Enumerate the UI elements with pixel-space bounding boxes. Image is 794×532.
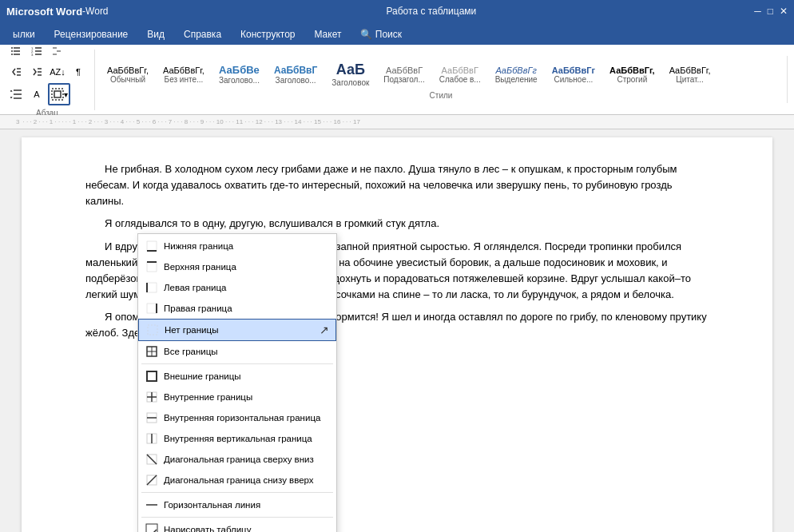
svg-rect-28 — [147, 262, 157, 272]
tab-search[interactable]: 🔍 Поиск — [351, 26, 411, 45]
svg-rect-26 — [147, 241, 157, 251]
style-h3-preview: АаБ — [331, 62, 369, 78]
svg-line-47 — [147, 455, 157, 464]
style-quote-label: Цитат... — [669, 75, 711, 84]
style-heading2[interactable]: АаБбВвГ Заголово... — [268, 62, 323, 87]
list-bullet-btn[interactable] — [6, 42, 26, 61]
svg-rect-32 — [147, 304, 157, 313]
sort-btn[interactable]: AZ↓ — [48, 62, 67, 81]
border-bottom-icon — [145, 239, 159, 253]
style-highlight-preview: АаБбВвГг — [495, 66, 538, 75]
menu-hinner-label: Внутренняя горизонтальная граница — [164, 413, 330, 423]
maximize-button[interactable]: □ — [768, 6, 773, 17]
content-area: Не грибная. В холодном сухом лесу грибам… — [0, 129, 794, 532]
pilcrow-btn[interactable]: ¶ — [69, 62, 88, 81]
menu-item-hline[interactable]: Горизонтальная линия — [138, 494, 336, 515]
style-h2-label: Заголово... — [274, 76, 317, 85]
style-strict[interactable]: АаБбВвГг, Строгий — [604, 63, 661, 86]
cursor-indicator: ↗ — [320, 324, 329, 336]
menu-item-inner-vert[interactable]: Внутренняя вертикальная граница — [138, 428, 336, 449]
border-hinner-icon — [145, 411, 159, 425]
fill-color-btn[interactable]: A — [27, 85, 46, 104]
menu-draw-label: Нарисовать таблицу — [164, 525, 330, 532]
menu-none-label: Нет границы — [165, 325, 315, 335]
style-heading1[interactable]: АаБбВе Заголово... — [213, 62, 265, 87]
style-quote[interactable]: АаБбВвГг, Цитат... — [664, 63, 717, 86]
svg-point-1 — [11, 47, 13, 49]
close-button[interactable]: ✕ — [780, 6, 788, 17]
style-no-interval[interactable]: АаБбВвГг, Без инте... — [157, 63, 210, 86]
ribbon-tabs: ылки Рецензирование Вид Справка Конструк… — [0, 22, 794, 45]
menu-item-left-border[interactable]: Левая граница — [138, 277, 336, 298]
doc-paragraph-1: Не грибная. В холодном сухом лесу грибам… — [85, 161, 709, 209]
doc-name: Word — [85, 6, 108, 17]
style-subtitle-preview: АаБбВвГ — [383, 66, 424, 75]
ruler: 3 · · · 2 · · · 1 · · · · · 1 · · · 2 · … — [0, 115, 794, 129]
menu-hline-label: Горизонтальная линия — [164, 500, 330, 510]
line-spacing-btn[interactable] — [6, 85, 26, 104]
styles-section-label: Стили — [101, 89, 780, 100]
app-window: Microsoft Word - Word Работа с таблицами… — [0, 0, 794, 532]
menu-item-no-border[interactable]: Нет границы ↗ — [138, 319, 336, 341]
border-vinner-icon — [145, 431, 159, 446]
style-highlight-label: Выделение — [495, 75, 538, 84]
menu-item-lower-border[interactable]: Нижняя граница — [138, 236, 336, 256]
search-icon: 🔍 — [360, 29, 372, 40]
hline-icon — [145, 498, 159, 512]
separator-2 — [141, 492, 333, 493]
separator-3 — [141, 517, 333, 518]
border-dropdown-button[interactable]: ▾ — [48, 83, 70, 105]
menu-diagdown-label: Диагональная граница сверху вниз — [164, 455, 330, 464]
list-multi-btn[interactable] — [48, 42, 67, 61]
style-strict-label: Строгий — [609, 75, 655, 84]
menu-item-diag-up[interactable]: Диагональная граница снизу вверх — [138, 470, 336, 490]
minimize-button[interactable]: ─ — [754, 6, 761, 17]
style-strong[interactable]: АаБбВвГг Сильное... — [546, 63, 601, 86]
style-weak-label: Слабое в... — [439, 75, 481, 84]
menu-item-inner-borders[interactable]: Внутренние границы — [138, 387, 336, 407]
app-name: Microsoft Word — [6, 6, 82, 18]
menu-outer-label: Внешние границы — [164, 371, 330, 381]
border-none-icon — [145, 323, 160, 337]
style-weak-preview: АаБбВвГ — [439, 66, 481, 75]
style-strict-preview: АаБбВвГг, — [609, 66, 655, 75]
menu-right-label: Правая граница — [164, 304, 330, 313]
decrease-indent-btn[interactable] — [6, 62, 26, 81]
menu-item-diag-down[interactable]: Диагональная граница сверху вниз — [138, 449, 336, 470]
style-normal-preview: АаБбВвГг, — [107, 66, 149, 75]
tab-help[interactable]: Справка — [174, 26, 231, 45]
tab-constructor[interactable]: Конструктор — [231, 26, 304, 45]
svg-rect-34 — [148, 325, 157, 335]
style-subtitle[interactable]: АаБбВвГ Подзагол... — [378, 63, 430, 86]
border-outer-icon — [145, 369, 159, 383]
svg-line-49 — [147, 475, 157, 485]
menu-inner-label: Внутренние границы — [164, 392, 330, 402]
tab-view[interactable]: Вид — [137, 26, 174, 45]
doc-paragraph-2: Я оглядывался то в одну, другую, вслушив… — [85, 216, 709, 232]
style-no-interval-preview: АаБбВвГг, — [163, 66, 204, 75]
menu-item-upper-border[interactable]: Верхняя граница — [138, 256, 336, 277]
style-heading3[interactable]: АаБ Заголовок — [326, 59, 375, 89]
list-number-btn[interactable]: 1.2.3. — [27, 42, 46, 61]
style-no-interval-label: Без инте... — [163, 75, 204, 84]
menu-item-inner-horiz[interactable]: Внутренняя горизонтальная граница — [138, 407, 336, 428]
menu-item-outer-borders[interactable]: Внешние границы — [138, 366, 336, 387]
border-diagup-icon — [145, 473, 159, 487]
style-weak[interactable]: АаБбВвГ Слабое в... — [434, 63, 486, 86]
style-normal-label: Обычный — [107, 75, 149, 84]
menu-diagup-label: Диагональная граница снизу вверх — [164, 475, 330, 485]
border-dropdown-menu: Нижняя граница Верхняя граница Левая гра… — [137, 233, 337, 532]
style-h2-preview: АаБбВвГ — [274, 65, 317, 76]
document-page: Не грибная. В холодном сухом лесу грибам… — [22, 137, 772, 532]
menu-left-label: Левая граница — [164, 283, 330, 292]
style-h1-label: Заголово... — [219, 76, 260, 85]
work-mode-label: Работа с таблицами — [109, 6, 755, 17]
tab-layout[interactable]: Макет — [304, 26, 351, 45]
style-normal[interactable]: АаБбВвГг, Обычный — [101, 63, 154, 86]
increase-indent-btn[interactable] — [27, 62, 46, 81]
menu-item-all-borders[interactable]: Все границы — [138, 341, 336, 362]
menu-item-right-border[interactable]: Правая граница — [138, 298, 336, 319]
style-highlight[interactable]: АаБбВвГг Выделение — [490, 63, 543, 86]
menu-item-draw-table[interactable]: Нарисовать таблицу — [138, 519, 336, 532]
ruler-marks: · · · 2 · · · 1 · · · · · 1 · · · 2 · · … — [22, 118, 359, 125]
